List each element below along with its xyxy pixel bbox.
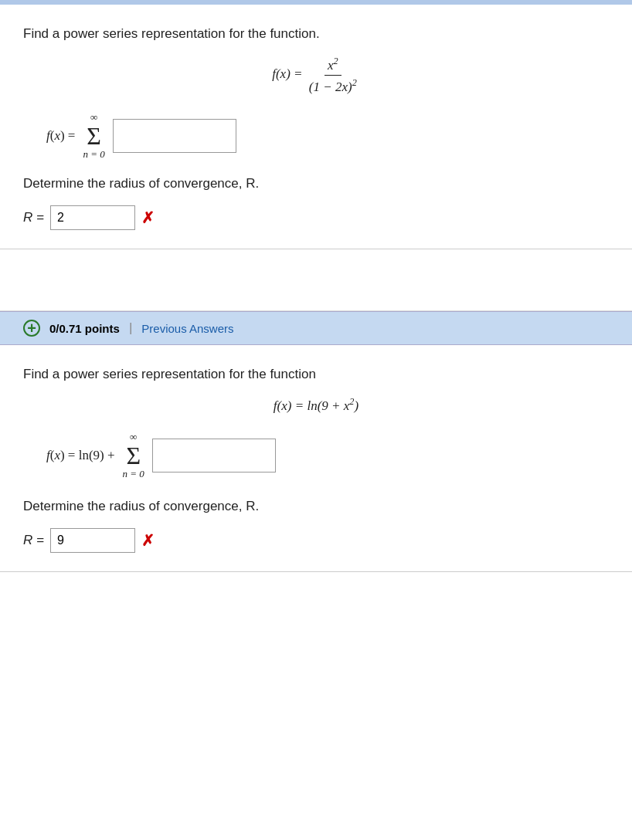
convergence-label-2: Determine the radius of convergence, R. <box>23 499 609 514</box>
points-bar: + 0/0.71 points | Previous Answers <box>0 311 632 345</box>
plus-icon: + <box>23 320 40 337</box>
section2: Find a power series representation for t… <box>0 345 632 571</box>
previous-answers-link[interactable]: Previous Answers <box>141 322 233 335</box>
radius-row-1: R = ✗ <box>23 205 609 230</box>
separator: | <box>129 320 132 336</box>
denominator: (1 − 2x)2 <box>306 76 360 95</box>
r-input-1[interactable] <box>50 205 135 230</box>
sum-expression-1: f(x) = ∞ Σ n = 0 <box>46 111 609 161</box>
sigma-2: ∞ Σ n = 0 <box>123 431 144 480</box>
sum-expression-2: f(x) = ln(9) + ∞ Σ n = 0 <box>46 431 609 480</box>
sigma-1: ∞ Σ n = 0 <box>83 111 104 161</box>
func-label: f(x) = <box>272 66 306 81</box>
answer-input-1[interactable] <box>113 119 236 153</box>
numerator: x2 <box>324 56 341 76</box>
convergence-label-1: Determine the radius of convergence, R. <box>23 176 609 191</box>
radius-row-2: R = ✗ <box>23 528 609 553</box>
formula-1: f(x) = x2 (1 − 2x)2 <box>23 56 609 94</box>
problem-title-1: Find a power series representation for t… <box>23 26 609 42</box>
fraction-1: x2 (1 − 2x)2 <box>306 56 360 94</box>
problem-title-2: Find a power series representation for t… <box>23 367 609 382</box>
fx-sum-label: f(x) = <box>46 128 75 144</box>
bottom-divider <box>0 571 632 573</box>
answer-input-2[interactable] <box>152 439 276 472</box>
section1: Find a power series representation for t… <box>0 5 632 249</box>
x-mark-1: ✗ <box>141 208 155 227</box>
spacer <box>0 249 632 311</box>
fx-prefix-2: f(x) = ln(9) + <box>46 448 115 463</box>
points-text: 0/0.71 points <box>49 322 120 335</box>
r-label-1: R = <box>23 210 44 225</box>
func-def-2: f(x) = ln(9 + x2) <box>274 398 358 413</box>
r-input-2[interactable] <box>50 528 135 553</box>
r-label-2: R = <box>23 533 44 548</box>
x-mark-2: ✗ <box>141 531 155 550</box>
formula-2: f(x) = ln(9 + x2) <box>23 396 609 414</box>
